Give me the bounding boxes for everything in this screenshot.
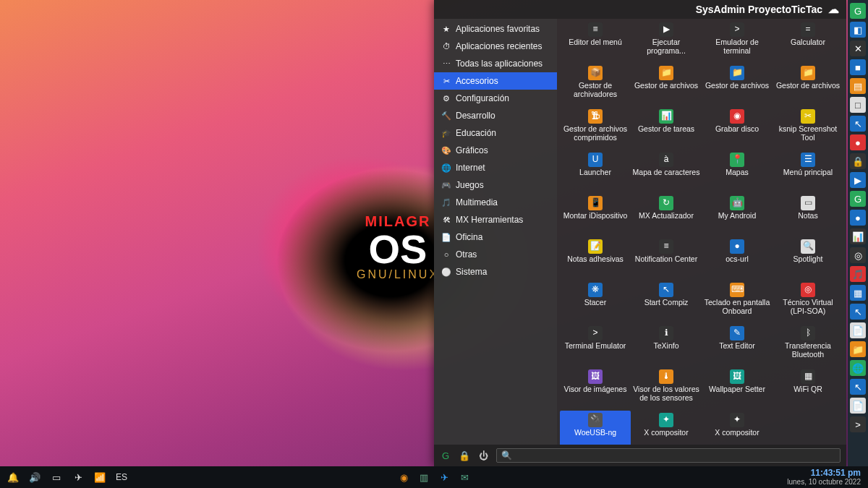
app-notas[interactable]: ▭Notas — [773, 194, 843, 236]
dock-item-6[interactable]: ↖ — [850, 116, 866, 132]
dock-item-2[interactable]: ✕ — [850, 40, 866, 56]
category-configuraci-n[interactable]: ⚙Configuración — [434, 90, 557, 107]
telegram-center-icon[interactable]: ✈ — [438, 471, 450, 483]
app-grabar-disco[interactable]: ◉Grabar disco — [702, 107, 773, 149]
taskbar-clock[interactable]: 11:43:51 pm lunes, 10 octubre 2022 — [787, 468, 861, 486]
app-launcher[interactable]: ULauncher — [560, 150, 631, 192]
category-desarrollo[interactable]: 🔨Desarrollo — [434, 107, 557, 124]
signal-icon[interactable]: 📶 — [94, 471, 106, 483]
app-stacer[interactable]: ❋Stacer — [560, 281, 631, 322]
app-ksnip-screenshot-tool[interactable]: ✂ksnip Screenshot Tool — [773, 107, 843, 149]
category-internet[interactable]: 🌐Internet — [434, 159, 557, 176]
dock-item-1[interactable]: ◧ — [850, 22, 866, 38]
search-input[interactable]: 🔍 — [496, 448, 841, 463]
dock-item-4[interactable]: ▤ — [850, 78, 866, 94]
dock-item-22[interactable]: > — [850, 416, 866, 432]
app-label: ksnip Screenshot Tool — [774, 125, 842, 142]
app-spotlight[interactable]: 🔍Spotlight — [773, 237, 843, 279]
app-mapa-de-caracteres[interactable]: àMapa de caracteres — [631, 150, 702, 192]
app-transferencia-bluetooth[interactable]: ᛒTransferencia Bluetooth — [773, 324, 843, 366]
dock-item-7[interactable]: ● — [850, 134, 866, 150]
app-gestor-de-archivos[interactable]: 📁Gestor de archivos — [773, 64, 843, 106]
category-accesorios[interactable]: ✂Accesorios — [434, 72, 557, 90]
dock-item-0[interactable]: G — [850, 3, 866, 19]
app-teclado-en-pantalla-onboard[interactable]: ⌨Teclado en pantalla Onboard — [702, 281, 773, 322]
app-notification-center[interactable]: ≡Notification Center — [631, 237, 702, 279]
dock-item-10[interactable]: G — [850, 191, 866, 207]
app-texinfo[interactable]: ℹTeXinfo — [631, 324, 702, 366]
app-icon: ◎ — [801, 283, 815, 297]
category-mx-herramientas[interactable]: 🛠MX Herramientas — [434, 211, 557, 228]
app-my-android[interactable]: 🤖My Android — [702, 194, 773, 236]
app-wallpaper-setter[interactable]: 🖼Wallpaper Setter — [702, 367, 773, 409]
mail-icon[interactable]: ✉ — [459, 471, 470, 483]
dock-item-9[interactable]: ▶ — [850, 172, 866, 188]
files-icon[interactable]: ▥ — [418, 471, 430, 483]
dock-item-21[interactable]: 📄 — [850, 398, 866, 414]
dock-item-3[interactable]: ■ — [850, 59, 866, 75]
app-icon: 📍 — [730, 153, 744, 167]
app-visor-de-los-valores-de-los-sensores[interactable]: 🌡Visor de los valores de los sensores — [631, 367, 702, 409]
category-oficina[interactable]: 📄Oficina — [434, 228, 557, 246]
category-aplicaciones-recientes[interactable]: ⏱Aplicaciones recientes — [434, 38, 557, 55]
app-gestor-de-archivos-comprimidos[interactable]: 🗜Gestor de archivos comprimidos — [560, 107, 631, 149]
app-montar-idispositivo[interactable]: 📱Montar iDispositivo — [560, 194, 631, 236]
dock-item-15[interactable]: ▦ — [850, 285, 866, 301]
app-gestor-de-tareas[interactable]: 📊Gestor de tareas — [631, 107, 702, 149]
telegram-icon[interactable]: ✈ — [72, 471, 84, 483]
firefox-icon[interactable]: ◉ — [398, 471, 409, 483]
app-woeusb-ng[interactable]: 🔌WoeUSB-ng — [560, 411, 631, 445]
category-gr-ficos[interactable]: 🎨Gráficos — [434, 142, 557, 159]
app-label: Grabar disco — [715, 125, 759, 134]
app-gestor-de-archivos[interactable]: 📁Gestor de archivos — [631, 64, 702, 106]
category-multimedia[interactable]: 🎵Multimedia — [434, 194, 557, 211]
app-text-editor[interactable]: ✎Text Editor — [702, 324, 773, 366]
volume-icon[interactable]: 🔊 — [29, 471, 41, 483]
category-juegos[interactable]: 🎮Juegos — [434, 176, 557, 194]
app-gestor-de-archivos[interactable]: 📁Gestor de archivos — [702, 64, 773, 106]
app-ejecutar-programa-[interactable]: ▶Ejecutar programa... — [631, 20, 702, 62]
dock-item-12[interactable]: 📊 — [850, 228, 866, 244]
app-icon: 📁 — [659, 66, 673, 80]
app-wifi-qr[interactable]: ▦WiFi QR — [773, 367, 843, 409]
app-visor-de-im-genes[interactable]: 🖼Visor de imágenes — [560, 367, 631, 409]
lock-icon[interactable]: 🔒 — [459, 450, 470, 461]
dock-item-19[interactable]: 🌐 — [850, 360, 866, 376]
keyboard-layout[interactable]: ES — [116, 472, 127, 482]
app-mapas[interactable]: 📍Mapas — [702, 150, 773, 192]
category-sistema[interactable]: ⚪Sistema — [434, 263, 557, 281]
app-start-compiz[interactable]: ↖Start Compiz — [631, 281, 702, 322]
category-aplicaciones-favoritas[interactable]: ★Aplicaciones favoritas — [434, 20, 557, 38]
dock-item-11[interactable]: ● — [850, 210, 866, 226]
category-todas-las-aplicaciones[interactable]: ⋯Todas las aplicaciones — [434, 55, 557, 72]
app-ocs-url[interactable]: ●ocs-url — [702, 237, 773, 279]
category-otras[interactable]: ○Otras — [434, 246, 557, 263]
dock-item-13[interactable]: ◎ — [850, 247, 866, 263]
app-notas-adhesivas[interactable]: 📝Notas adhesivas — [560, 237, 631, 279]
app-galculator[interactable]: =Galculator — [773, 20, 843, 62]
app-t-cnico-virtual-lpi-soa-[interactable]: ◎Técnico Virtual (LPI-SOA) — [773, 281, 843, 322]
dock-item-18[interactable]: 📁 — [850, 341, 866, 357]
app-men-principal[interactable]: ☰Menú principal — [773, 150, 843, 192]
app-gestor-de-archivadores[interactable]: 📦Gestor de archivadores — [560, 64, 631, 106]
app-label: Montar iDispositivo — [563, 212, 628, 221]
app-mx-actualizador[interactable]: ↻MX Actualizador — [631, 194, 702, 236]
app-icon: ↻ — [659, 196, 673, 210]
dock-item-5[interactable]: □ — [850, 97, 866, 113]
app-editor-del-men-[interactable]: ≡Editor del menú — [560, 20, 631, 62]
app-label: Gestor de archivos — [705, 82, 769, 90]
app-emulador-de-terminal[interactable]: >Emulador de terminal — [702, 20, 773, 62]
app-x-compositor[interactable]: ✦X compositor — [631, 411, 702, 445]
app-x-compositor[interactable]: ✦X compositor — [702, 411, 773, 445]
dock-item-8[interactable]: 🔒 — [850, 153, 866, 169]
dock-item-14[interactable]: 🎵 — [850, 266, 866, 282]
dock-item-16[interactable]: ↖ — [850, 304, 866, 320]
dock-item-17[interactable]: 📄 — [850, 322, 866, 338]
app-terminal-emulator[interactable]: >Terminal Emulator — [560, 324, 631, 366]
dock-item-20[interactable]: ↖ — [850, 379, 866, 395]
power-icon[interactable]: ⏻ — [477, 450, 489, 461]
category-educaci-n[interactable]: 🎓Educación — [434, 124, 557, 142]
bell-icon[interactable]: 🔔 — [7, 471, 19, 483]
window-icon[interactable]: ▭ — [51, 471, 62, 483]
grammarly-icon[interactable]: G — [440, 450, 451, 461]
